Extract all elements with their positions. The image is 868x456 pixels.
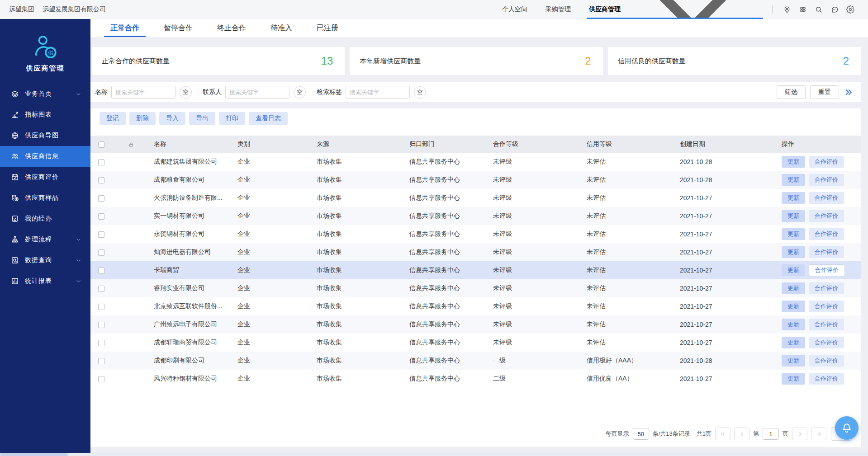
update-button[interactable]: 更新	[782, 301, 805, 312]
table-row[interactable]: 卡瑞商贸企业市场收集信息共享服务中心未评级未评估2021-10-27更新合作评价	[90, 261, 861, 279]
update-button[interactable]: 更新	[782, 264, 805, 276]
row-checkbox[interactable]	[98, 322, 104, 328]
message-button[interactable]	[828, 3, 841, 16]
filter-field-input[interactable]	[225, 86, 289, 99]
update-button[interactable]: 更新	[782, 174, 805, 186]
row-checkbox[interactable]	[98, 358, 104, 364]
page-size-input[interactable]	[633, 428, 649, 440]
row-checkbox[interactable]	[98, 304, 104, 310]
toolbar-button-2[interactable]: 删除	[129, 112, 156, 125]
first-page-button[interactable]	[715, 428, 730, 440]
update-button[interactable]: 更新	[782, 319, 805, 330]
topnav-item-1[interactable]: 个人空间	[500, 0, 530, 19]
filter-field-input[interactable]	[346, 86, 410, 99]
cooperation-eval-button[interactable]: 合作评价	[809, 301, 844, 312]
cooperation-eval-button[interactable]: 合作评价	[809, 246, 844, 258]
row-checkbox[interactable]	[98, 376, 104, 382]
table-row[interactable]: 北京致远互联软件股份...企业市场收集信息共享服务中心未评级未评估2021-10…	[90, 297, 861, 315]
empty-badge[interactable]: 空	[180, 86, 192, 99]
table-row[interactable]: 永贺钢材有限公司企业市场收集信息共享服务中心未评级未评估2021-10-27更新…	[90, 225, 861, 243]
cooperation-eval-button[interactable]: 合作评价	[809, 355, 844, 367]
tab-1[interactable]: 正常合作	[104, 19, 146, 37]
row-checkbox[interactable]	[98, 249, 104, 256]
cooperation-eval-button[interactable]: 合作评价	[809, 373, 844, 385]
cooperation-eval-button[interactable]: 合作评价	[809, 337, 844, 348]
prev-page-button[interactable]	[734, 428, 749, 440]
sidebar-item-3[interactable]: 供应商导图	[0, 125, 90, 146]
brand-group[interactable]: 远望集团	[9, 5, 34, 14]
select-all-checkbox[interactable]	[98, 141, 104, 148]
toolbar-button-3[interactable]: 导入	[159, 112, 185, 125]
table-row[interactable]: 睿翔实业有限公司企业市场收集信息共享服务中心未评级未评估2021-10-27更新…	[90, 279, 861, 297]
settings-button[interactable]	[844, 3, 857, 16]
notification-fab[interactable]	[835, 416, 859, 440]
row-checkbox[interactable]	[98, 340, 104, 346]
sidebar-item-10[interactable]: 统计报表	[0, 271, 90, 291]
update-button[interactable]: 更新	[782, 373, 805, 385]
tab-3[interactable]: 终止合作	[211, 19, 252, 37]
toolbar-button-4[interactable]: 导出	[189, 112, 215, 125]
toolbar-button-5[interactable]: 打印	[219, 112, 245, 125]
tab-2[interactable]: 暂停合作	[157, 19, 199, 37]
update-button[interactable]: 更新	[782, 192, 805, 204]
topnav-item-2[interactable]: 采购管理	[543, 0, 573, 19]
toolbar-button-1[interactable]: 登记	[100, 112, 126, 125]
table-row[interactable]: 成都印刷有限公司企业市场收集信息共享服务中心一级信用极好（AAA）2021-10…	[90, 352, 861, 370]
double-chevron-right-icon[interactable]	[844, 88, 854, 96]
row-checkbox[interactable]	[98, 177, 104, 183]
row-checkbox[interactable]	[98, 159, 104, 165]
update-button[interactable]: 更新	[782, 228, 805, 240]
filter-field-input[interactable]	[111, 86, 175, 99]
sidebar-item-2[interactable]: 指标图表	[0, 104, 90, 125]
cooperation-eval-button[interactable]: 合作评价	[809, 282, 844, 294]
brand-company[interactable]: 远望发展集团有限公司	[43, 5, 106, 14]
update-button[interactable]: 更新	[782, 282, 805, 294]
row-checkbox[interactable]	[98, 231, 104, 238]
table-row[interactable]: 广州致远电子有限公司企业市场收集信息共享服务中心未评级未评估2021-10-27…	[90, 315, 861, 334]
filter-button[interactable]: 筛选	[777, 85, 806, 99]
update-button[interactable]: 更新	[782, 337, 805, 348]
sidebar-item-1[interactable]: 业务首页	[0, 84, 90, 104]
toolbar-button-6[interactable]: 查看日志	[249, 112, 288, 125]
update-button[interactable]: 更新	[782, 355, 805, 367]
sidebar-item-9[interactable]: 数据查询	[0, 250, 90, 271]
table-row[interactable]: 灿海进电器有限公司企业市场收集信息共享服务中心未评级未评估2021-10-27更…	[90, 243, 861, 261]
reset-button[interactable]: 重置	[810, 85, 839, 99]
sidebar-item-7[interactable]: 我的经办	[0, 208, 90, 229]
next-page-button[interactable]	[792, 428, 807, 440]
cooperation-eval-button[interactable]: 合作评价	[809, 319, 844, 330]
row-checkbox[interactable]	[98, 213, 104, 220]
empty-badge[interactable]: 空	[294, 86, 306, 99]
table-row[interactable]: 实一钢材有限公司企业市场收集信息共享服务中心未评级未评估2021-10-27更新…	[90, 207, 861, 225]
tab-5[interactable]: 已注册	[310, 19, 345, 37]
update-button[interactable]: 更新	[782, 156, 805, 168]
table-row[interactable]: 成都粮食有限公司企业市场收集信息共享服务中心未评级未评估2021-10-28更新…	[90, 171, 861, 189]
update-button[interactable]: 更新	[782, 210, 805, 222]
search-button[interactable]	[812, 3, 825, 16]
sidebar-item-6[interactable]: 供应商样品	[0, 188, 90, 208]
current-page-input[interactable]	[763, 428, 779, 440]
cooperation-eval-button[interactable]: 合作评价	[809, 192, 844, 204]
row-checkbox[interactable]	[98, 268, 104, 274]
cooperation-eval-button[interactable]: 合作评价	[809, 228, 844, 240]
table-row[interactable]: 成都轩瑞商贸有限公司企业市场收集信息共享服务中心未评级未评估2021-10-27…	[90, 334, 861, 352]
cooperation-eval-button[interactable]: 合作评价	[809, 210, 844, 222]
empty-badge[interactable]: 空	[414, 86, 426, 99]
topnav-item-3[interactable]: 供应商管理	[587, 0, 763, 19]
sidebar-item-5[interactable]: 供应商评价	[0, 167, 90, 188]
cooperation-eval-button[interactable]: 合作评价	[809, 264, 845, 276]
row-checkbox[interactable]	[98, 195, 104, 202]
location-button[interactable]	[780, 3, 794, 16]
table-row[interactable]: 风兴特种钢材有限公司企业市场收集信息共享服务中心二级信用优良（AA）2021-1…	[90, 370, 861, 388]
scrollbar-thumb[interactable]	[0, 453, 68, 456]
last-page-button[interactable]	[811, 428, 826, 440]
apps-button[interactable]	[796, 3, 810, 16]
table-row[interactable]: 火弦消防设备制造有限...企业市场收集信息共享服务中心未评级未评估2021-10…	[90, 189, 861, 207]
sidebar-item-4[interactable]: 供应商信息	[0, 146, 90, 167]
table-row[interactable]: 成都建筑集团有限公司企业市场收集信息共享服务中心未评级未评估2021-10-28…	[90, 153, 861, 171]
row-checkbox[interactable]	[98, 286, 104, 292]
cooperation-eval-button[interactable]: 合作评价	[809, 174, 844, 186]
sidebar-item-8[interactable]: 处理流程	[0, 229, 90, 250]
update-button[interactable]: 更新	[782, 246, 805, 258]
cooperation-eval-button[interactable]: 合作评价	[809, 156, 844, 168]
